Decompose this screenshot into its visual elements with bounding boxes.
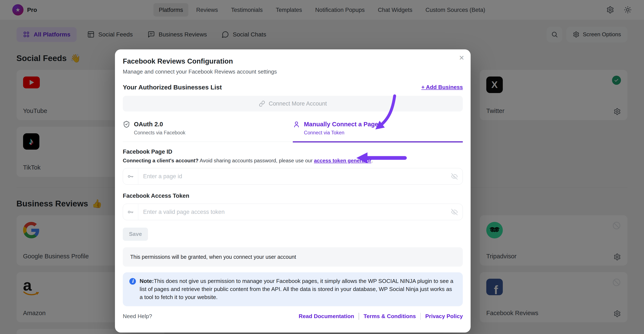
- privacy-policy-link[interactable]: Privacy Policy: [425, 313, 463, 319]
- terms-conditions-link[interactable]: Terms & Conditions: [364, 313, 416, 319]
- footer-links: Read Documentation Terms & Conditions Pr…: [299, 313, 463, 320]
- access-token-input-group: [123, 204, 463, 220]
- tab-manually-connect-sublabel: Connect via Token: [304, 130, 463, 136]
- note-body: This does not give us permission to mana…: [140, 278, 454, 300]
- eye-off-icon[interactable]: [446, 204, 463, 220]
- page-id-input-group: [123, 168, 463, 185]
- need-help-label: Need Help?: [123, 313, 152, 319]
- footer-separator: [420, 313, 421, 320]
- user-icon: [293, 121, 300, 128]
- key-icon: [123, 204, 138, 220]
- save-button[interactable]: Save: [123, 228, 148, 241]
- note-label: Note:: [140, 278, 154, 284]
- connection-method-tabs: OAuth 2.0 Connects via Facebook Manually…: [123, 121, 463, 142]
- page-id-label: Facebook Page ID: [123, 148, 463, 155]
- page-id-helper-text: Connecting a client's account? Avoid sha…: [123, 158, 463, 164]
- page-id-input[interactable]: [138, 168, 446, 184]
- shield-check-icon: [123, 121, 130, 128]
- tab-oauth-sublabel: Connects via Facebook: [134, 130, 293, 136]
- close-icon[interactable]: ×: [459, 53, 464, 62]
- modal-title: Facebook Reviews Configuration: [123, 57, 463, 65]
- helper-bold: Connecting a client's account?: [123, 158, 198, 163]
- connect-more-account-button[interactable]: Connect More Account: [123, 96, 463, 112]
- authorized-list-row: Your Authorized Businesses List + Add Bu…: [123, 84, 463, 91]
- eye-off-icon[interactable]: [446, 168, 463, 184]
- permissions-info-box: This permissions will be granted, when y…: [123, 247, 463, 267]
- link-icon: [259, 101, 265, 107]
- tab-manually-connect[interactable]: Manually Connect a Page Connect via Toke…: [293, 121, 463, 143]
- helper-mid: Avoid sharing accounts password, please …: [198, 158, 314, 163]
- read-documentation-link[interactable]: Read Documentation: [299, 313, 354, 319]
- footer-separator: [358, 313, 359, 320]
- add-business-link[interactable]: + Add Business: [421, 84, 463, 91]
- access-token-label: Facebook Access Token: [123, 192, 463, 199]
- access-token-generator-link[interactable]: access token generator: [314, 158, 371, 163]
- connect-more-account-label: Connect More Account: [269, 100, 327, 107]
- tab-oauth[interactable]: OAuth 2.0 Connects via Facebook: [123, 121, 293, 142]
- tab-manually-connect-label: Manually Connect a Page: [304, 121, 378, 128]
- info-icon: i: [129, 278, 136, 285]
- key-icon: [123, 168, 138, 184]
- note-text: Note:This does not give us permission to…: [140, 277, 456, 301]
- modal-subtitle: Manage and connect your Facebook Reviews…: [123, 69, 463, 75]
- tab-oauth-label: OAuth 2.0: [134, 121, 163, 128]
- app-viewport: ★ Pro Platforms Reviews Testimonials Tem…: [0, 0, 644, 334]
- authorized-list-heading: Your Authorized Businesses List: [123, 84, 222, 91]
- helper-end: .: [371, 158, 373, 163]
- facebook-reviews-config-modal: × Facebook Reviews Configuration Manage …: [115, 49, 470, 333]
- modal-footer: Need Help? Read Documentation Terms & Co…: [123, 313, 463, 320]
- access-token-input[interactable]: [138, 204, 446, 220]
- note-box: i Note:This does not give us permission …: [123, 272, 463, 306]
